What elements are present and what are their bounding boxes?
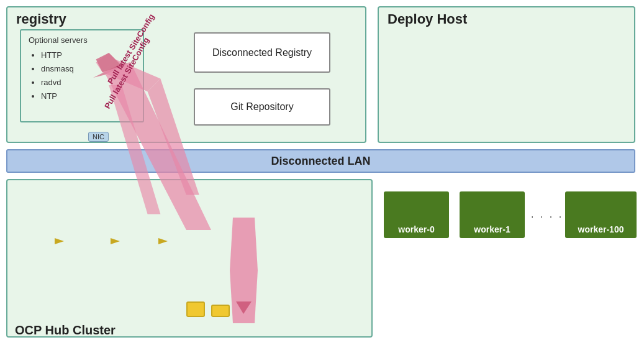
arrow-crs-namespaces [230, 218, 258, 323]
arrow-siteconfig-argocd [111, 235, 123, 247]
deploy-host-box: Deploy Host openshift client (oc) Progra… [378, 6, 635, 143]
registry-title: registry [16, 11, 66, 27]
svg-marker-7 [158, 238, 168, 244]
svg-marker-6 [111, 238, 120, 244]
worker-100-label: worker-100 [578, 224, 624, 234]
svg-marker-5 [55, 238, 64, 244]
deploy-host-title: Deploy Host [388, 11, 467, 27]
arrow-argocd-cluster [158, 235, 171, 247]
optional-servers-title: Optional servers [29, 35, 135, 45]
arrow-gitops-siteconfig [55, 235, 67, 247]
worker-100-box: NIC worker-100 [565, 191, 637, 238]
worker-1-box: NIC worker-1 [460, 191, 525, 238]
main-pull-arrow-svg [87, 56, 230, 242]
small-yellow-box-2 [211, 305, 230, 317]
disconnected-lan-label: Disconnected LAN [271, 155, 370, 168]
diagram: registry Optional servers HTTP dnsmasq r… [0, 0, 644, 345]
git-repo-label: Git Repository [230, 101, 293, 113]
worker-0-box: NIC worker-0 [384, 191, 449, 238]
worker-0-label: worker-0 [398, 224, 434, 234]
ocp-hub-title: OCP Hub Cluster [15, 323, 116, 338]
small-yellow-box-1 [186, 301, 205, 317]
worker-1-label: worker-1 [474, 224, 510, 234]
